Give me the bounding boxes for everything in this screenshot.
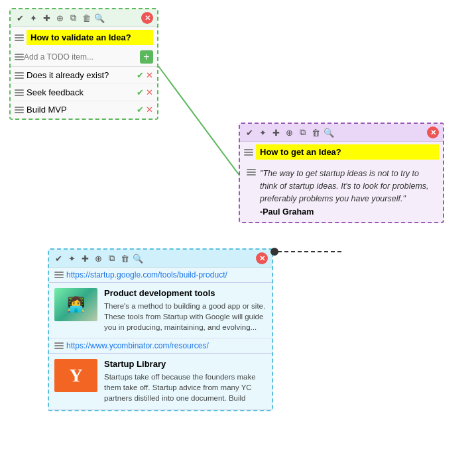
svg-line-0 xyxy=(158,66,242,179)
connection-dot xyxy=(270,248,278,256)
add-icon[interactable]: ✚ xyxy=(41,13,52,23)
todo-item: Build MVP ✔ ✕ xyxy=(11,101,157,119)
todo-item-actions: ✔ ✕ xyxy=(137,105,153,115)
todo-item-text: Does it already exist? xyxy=(27,70,134,80)
link-thumbnail: Y xyxy=(54,359,97,392)
close-button[interactable]: ✕ xyxy=(141,12,153,24)
link-preview: Y Startup Library Startups take off beca… xyxy=(49,354,272,409)
quote-body: "The way to get startup ideas is not to … xyxy=(240,162,443,222)
drag-handle-add[interactable] xyxy=(15,52,24,62)
zoom-icon[interactable]: 🔍 xyxy=(133,253,143,264)
link-title: Startup Library xyxy=(104,359,267,369)
link-title: Product development tools xyxy=(104,288,267,298)
link-url[interactable]: https://www.ycombinator.com/resources/ xyxy=(66,341,209,350)
quote-author: -Paul Graham xyxy=(260,207,436,217)
todo-check-icon[interactable]: ✔ xyxy=(137,70,144,80)
move-icon[interactable]: ✦ xyxy=(257,127,268,138)
todo-item: Seek feedback ✔ ✕ xyxy=(11,84,157,101)
link-description: Startups take off because the founders m… xyxy=(104,372,267,403)
item-drag-handle[interactable] xyxy=(15,88,24,97)
copy-icon[interactable]: ⧉ xyxy=(68,13,78,23)
item-drag-handle[interactable] xyxy=(15,71,24,80)
quote-title-row xyxy=(240,142,443,162)
move-icon[interactable]: ✦ xyxy=(28,13,38,23)
close-button[interactable]: ✕ xyxy=(256,252,268,264)
drag-handle[interactable] xyxy=(54,341,64,350)
quote-text: "The way to get startup ideas is not to … xyxy=(260,168,436,205)
todo-toolbar: ✔ ✦ ✚ ⊕ ⧉ 🗑 🔍 ✕ xyxy=(11,9,157,27)
color-icon[interactable]: ⊕ xyxy=(284,127,294,138)
todo-delete-icon[interactable]: ✕ xyxy=(146,87,153,97)
zoom-icon[interactable]: 🔍 xyxy=(324,127,334,138)
link-url-row: https://www.ycombinator.com/resources/ xyxy=(49,338,272,354)
todo-check-icon[interactable]: ✔ xyxy=(137,105,144,115)
quote-content: "The way to get startup ideas is not to … xyxy=(260,168,436,217)
todo-add-row: + xyxy=(11,48,157,67)
close-button[interactable]: ✕ xyxy=(427,126,439,138)
todo-card: ✔ ✦ ✚ ⊕ ⧉ 🗑 🔍 ✕ + Does it already exist?… xyxy=(9,8,158,120)
link-info: Startup Library Startups take off becaus… xyxy=(104,359,267,403)
link-thumbnail: 👩‍💻 xyxy=(54,288,97,321)
drag-handle[interactable] xyxy=(15,33,24,42)
links-toolbar: ✔ ✦ ✚ ⊕ ⧉ 🗑 🔍 ✕ xyxy=(49,250,272,268)
quote-drag-handle[interactable] xyxy=(247,168,256,217)
drag-handle[interactable] xyxy=(54,270,64,279)
link-url[interactable]: https://startup.google.com/tools/build-p… xyxy=(66,270,227,279)
todo-add-button[interactable]: + xyxy=(140,50,153,64)
check-icon[interactable]: ✔ xyxy=(244,127,255,138)
todo-delete-icon[interactable]: ✕ xyxy=(146,70,153,80)
delete-icon[interactable]: 🗑 xyxy=(119,253,130,264)
item-drag-handle[interactable] xyxy=(15,105,24,115)
todo-item-actions: ✔ ✕ xyxy=(137,70,153,80)
todo-title-input[interactable] xyxy=(27,30,153,45)
quote-title-input[interactable] xyxy=(256,144,439,160)
copy-icon[interactable]: ⧉ xyxy=(106,253,117,264)
yc-logo: Y xyxy=(54,359,97,392)
quote-card: ✔ ✦ ✚ ⊕ ⧉ 🗑 🔍 ✕ "The way to get startup … xyxy=(239,123,444,223)
delete-icon[interactable]: 🗑 xyxy=(310,127,321,138)
color-icon[interactable]: ⊕ xyxy=(93,253,103,264)
delete-icon[interactable]: 🗑 xyxy=(81,13,91,23)
todo-item-actions: ✔ ✕ xyxy=(137,87,153,97)
todo-item-text: Seek feedback xyxy=(27,87,134,97)
link-description: There's a method to building a good app … xyxy=(104,301,267,332)
todo-item: Does it already exist? ✔ ✕ xyxy=(11,67,157,84)
add-icon[interactable]: ✚ xyxy=(80,253,90,264)
add-icon[interactable]: ✚ xyxy=(270,127,281,138)
zoom-icon[interactable]: 🔍 xyxy=(94,13,105,23)
quote-toolbar: ✔ ✦ ✚ ⊕ ⧉ 🗑 🔍 ✕ xyxy=(240,124,443,142)
check-icon[interactable]: ✔ xyxy=(53,253,64,264)
todo-delete-icon[interactable]: ✕ xyxy=(146,105,153,115)
move-icon[interactable]: ✦ xyxy=(66,253,77,264)
todo-item-text: Build MVP xyxy=(27,105,134,115)
link-preview: 👩‍💻 Product development tools There's a … xyxy=(49,283,272,338)
todo-check-icon[interactable]: ✔ xyxy=(137,87,144,97)
link-info: Product development tools There's a meth… xyxy=(104,288,267,332)
check-icon[interactable]: ✔ xyxy=(15,13,25,23)
link-url-row: https://startup.google.com/tools/build-p… xyxy=(49,268,272,283)
copy-icon[interactable]: ⧉ xyxy=(297,127,308,138)
color-icon[interactable]: ⊕ xyxy=(54,13,65,23)
todo-title-row xyxy=(11,27,157,48)
drag-handle[interactable] xyxy=(244,148,253,157)
links-card: ✔ ✦ ✚ ⊕ ⧉ 🗑 🔍 ✕ https://startup.google.c… xyxy=(48,248,273,411)
todo-add-input[interactable] xyxy=(24,52,140,62)
link-thumb-image: 👩‍💻 xyxy=(54,288,97,321)
